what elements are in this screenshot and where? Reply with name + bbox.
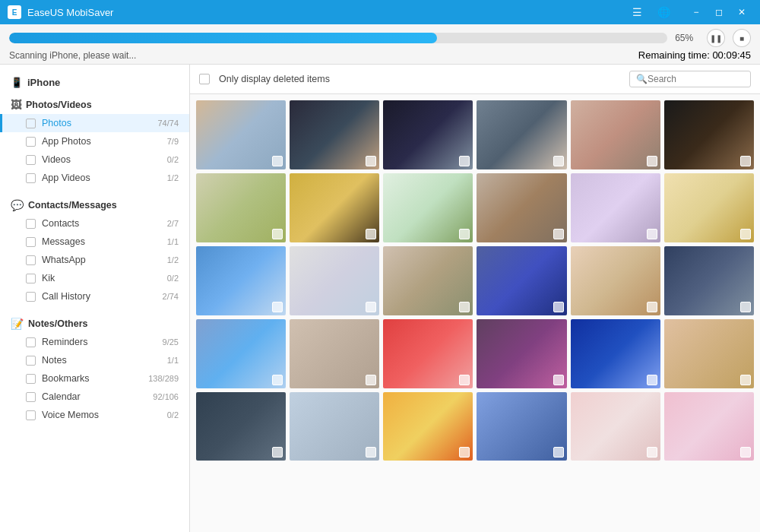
photo-thumb-24[interactable] [664, 319, 754, 388]
search-input[interactable] [648, 74, 746, 84]
photos-checkbox[interactable] [26, 119, 36, 128]
sidebar-item-whatsapp[interactable]: WhatsApp 1/2 [0, 251, 189, 269]
photo-thumb-15[interactable] [383, 246, 473, 315]
photo-checkbox-30[interactable] [740, 447, 751, 458]
photo-checkbox-4[interactable] [553, 156, 564, 166]
photo-thumb-26[interactable] [290, 392, 379, 461]
menu-icon[interactable]: ☰ [632, 6, 642, 18]
photo-thumb-9[interactable] [383, 173, 473, 242]
videos-checkbox[interactable] [26, 155, 36, 165]
minimize-button[interactable]: − [686, 4, 707, 21]
photo-thumb-1[interactable] [196, 100, 286, 169]
photo-thumb-2[interactable] [290, 100, 379, 169]
photo-thumb-4[interactable] [477, 100, 566, 169]
photo-checkbox-14[interactable] [366, 302, 376, 312]
photo-checkbox-26[interactable] [366, 447, 376, 458]
sidebar-item-reminders[interactable]: Reminders 9/25 [0, 333, 189, 351]
sidebar-item-videos[interactable]: Videos 0/2 [0, 150, 189, 169]
kik-checkbox[interactable] [26, 274, 36, 283]
photo-thumb-20[interactable] [290, 319, 379, 388]
sidebar-item-notes[interactable]: Notes 1/1 [0, 351, 189, 369]
stop-button[interactable]: ■ [733, 29, 751, 47]
maximize-button[interactable]: ◻ [708, 4, 730, 21]
photo-thumb-3[interactable] [383, 100, 473, 169]
photo-checkbox-12[interactable] [740, 229, 751, 239]
photo-thumb-12[interactable] [664, 173, 754, 242]
sidebar-item-app-photos[interactable]: App Photos 7/9 [0, 132, 189, 150]
photo-thumb-19[interactable] [196, 319, 286, 388]
photo-thumb-16[interactable] [477, 246, 566, 315]
call-history-checkbox[interactable] [26, 292, 36, 302]
calendar-checkbox[interactable] [26, 392, 36, 402]
photo-thumb-29[interactable] [571, 392, 660, 461]
photo-checkbox-22[interactable] [553, 375, 564, 385]
photo-checkbox-11[interactable] [647, 229, 657, 239]
photo-checkbox-10[interactable] [553, 229, 564, 239]
photo-checkbox-19[interactable] [272, 375, 283, 385]
photo-checkbox-27[interactable] [459, 447, 470, 458]
sidebar-item-voice-memos[interactable]: Voice Memos 0/2 [0, 406, 189, 424]
close-button[interactable]: ✕ [731, 4, 752, 21]
photo-thumb-13[interactable] [196, 246, 286, 315]
photo-checkbox-18[interactable] [740, 302, 751, 312]
photo-checkbox-23[interactable] [647, 375, 657, 385]
sidebar-item-kik[interactable]: Kik 0/2 [0, 269, 189, 287]
photo-thumb-21[interactable] [383, 319, 473, 388]
photo-checkbox-3[interactable] [459, 156, 470, 166]
photo-thumb-30[interactable] [664, 392, 754, 461]
sidebar-item-call-history[interactable]: Call History 2/74 [0, 287, 189, 306]
app-photos-checkbox[interactable] [26, 137, 36, 147]
photo-checkbox-28[interactable] [553, 447, 564, 458]
sidebar-item-calendar[interactable]: Calendar 92/106 [0, 388, 189, 406]
sidebar-item-contacts[interactable]: Contacts 2/7 [0, 214, 189, 233]
sidebar-item-app-videos[interactable]: App Videos 1/2 [0, 169, 189, 187]
photo-checkbox-20[interactable] [366, 375, 376, 385]
section-contacts-messages[interactable]: 💬 Contacts/Messages [0, 193, 189, 214]
photo-checkbox-24[interactable] [740, 375, 751, 385]
voice-memos-checkbox[interactable] [26, 410, 36, 420]
photo-checkbox-7[interactable] [272, 229, 283, 239]
photo-thumb-7[interactable] [196, 173, 286, 242]
sidebar-item-bookmarks[interactable]: Bookmarks 138/289 [0, 369, 189, 388]
notes-checkbox[interactable] [26, 356, 36, 366]
photo-thumb-11[interactable] [571, 173, 660, 242]
photo-thumb-17[interactable] [571, 246, 660, 315]
whatsapp-checkbox[interactable] [26, 255, 36, 265]
photo-checkbox-2[interactable] [366, 156, 376, 166]
bookmarks-checkbox[interactable] [26, 374, 36, 384]
photo-checkbox-8[interactable] [366, 229, 376, 239]
photo-checkbox-13[interactable] [272, 302, 283, 312]
contacts-checkbox[interactable] [26, 219, 36, 229]
photo-checkbox-9[interactable] [459, 229, 470, 239]
photo-checkbox-17[interactable] [647, 302, 657, 312]
globe-icon[interactable]: 🌐 [657, 6, 670, 18]
photo-thumb-23[interactable] [571, 319, 660, 388]
section-notes-others[interactable]: 📝 Notes/Others [0, 312, 189, 333]
section-photos-videos[interactable]: 🖼 Photos/Videos [0, 93, 189, 114]
photo-thumb-14[interactable] [290, 246, 379, 315]
deleted-items-checkbox[interactable] [199, 74, 210, 84]
photo-thumb-22[interactable] [477, 319, 566, 388]
photo-checkbox-5[interactable] [647, 156, 657, 166]
messages-checkbox[interactable] [26, 237, 36, 247]
pause-button[interactable]: ❚❚ [707, 29, 725, 47]
photo-thumb-27[interactable] [383, 392, 473, 461]
photo-thumb-25[interactable] [196, 392, 286, 461]
app-videos-checkbox[interactable] [26, 173, 36, 183]
photo-thumb-5[interactable] [571, 100, 660, 169]
sidebar-item-photos[interactable]: Photos 74/74 [0, 114, 189, 132]
photo-thumb-8[interactable] [290, 173, 379, 242]
photo-checkbox-1[interactable] [272, 156, 283, 166]
sidebar-item-messages[interactable]: Messages 1/1 [0, 233, 189, 251]
reminders-checkbox[interactable] [26, 337, 36, 347]
photo-checkbox-25[interactable] [272, 447, 283, 458]
photo-checkbox-21[interactable] [459, 375, 470, 385]
photo-checkbox-15[interactable] [459, 302, 470, 312]
photo-thumb-6[interactable] [664, 100, 754, 169]
photo-checkbox-16[interactable] [553, 302, 564, 312]
photo-thumb-10[interactable] [477, 173, 566, 242]
deleted-items-label[interactable]: Only display deleted items [219, 74, 330, 84]
photo-checkbox-29[interactable] [647, 447, 657, 458]
photo-thumb-28[interactable] [477, 392, 566, 461]
photo-checkbox-6[interactable] [740, 156, 751, 166]
